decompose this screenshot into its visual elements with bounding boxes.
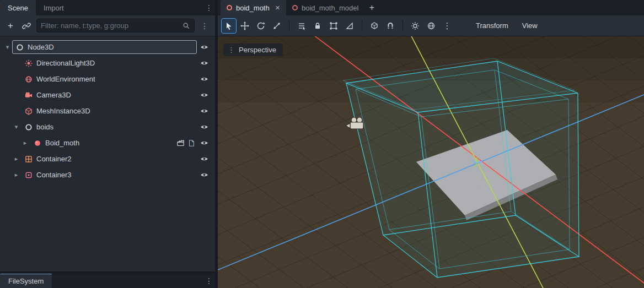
scale-icon bbox=[272, 21, 281, 30]
scene-tab-label: boid_moth bbox=[236, 4, 270, 12]
close-icon[interactable]: ✕ bbox=[275, 4, 280, 12]
tree-row-label: MeshInstance3D bbox=[36, 107, 90, 115]
directional-light-icon bbox=[24, 59, 33, 68]
tree-row-container2[interactable]: ▸ Container2 bbox=[0, 151, 215, 167]
node3d-icon bbox=[15, 43, 24, 52]
new-scene-tab-button[interactable]: + bbox=[364, 0, 379, 15]
perspective-label: Perspective bbox=[239, 46, 276, 54]
local-space-button[interactable] bbox=[367, 19, 382, 33]
scale-tool-button[interactable] bbox=[270, 19, 284, 33]
scene-dock: Scene Import ⋮ + ⋮ ▾ Node3D bbox=[0, 0, 215, 288]
script-icon[interactable] bbox=[186, 139, 197, 147]
tree-row-node3d[interactable]: ▾ Node3D bbox=[0, 39, 215, 55]
tree-row-directionallight3d[interactable]: DirectionalLight3D bbox=[0, 55, 215, 71]
instance-scene-link-icon[interactable] bbox=[20, 20, 33, 32]
tree-row-camera3d[interactable]: Camera3D bbox=[0, 87, 215, 103]
tree-row-worldenvironment[interactable]: WorldEnvironment bbox=[0, 71, 215, 87]
tree-row-meshinstance3d[interactable]: MeshInstance3D bbox=[0, 103, 215, 119]
scene-root-icon bbox=[292, 5, 298, 10]
tab-scene[interactable]: Scene bbox=[0, 0, 36, 15]
mesh-instance-icon bbox=[24, 107, 33, 116]
visibility-eye-icon[interactable] bbox=[198, 91, 210, 99]
move-icon bbox=[240, 21, 249, 30]
transform-menu-button[interactable]: Transform bbox=[470, 19, 514, 32]
tree-row-boid-moth[interactable]: ▸ Boid_moth bbox=[0, 135, 215, 151]
visibility-eye-icon[interactable] bbox=[198, 171, 210, 179]
local-space-cube-icon bbox=[370, 21, 379, 30]
tree-row-label: boids bbox=[36, 123, 53, 131]
scene-tree-toolbar: + ⋮ bbox=[0, 15, 215, 36]
world-environment-icon bbox=[24, 75, 33, 84]
filesystem-more-icon[interactable]: ⋮ bbox=[203, 274, 215, 288]
snap-button[interactable] bbox=[383, 19, 398, 33]
viewport-more-icon[interactable]: ⋮ bbox=[440, 19, 454, 33]
container-grid-icon bbox=[24, 155, 33, 164]
movie-icon[interactable] bbox=[175, 139, 186, 147]
tab-filesystem[interactable]: FileSystem bbox=[0, 274, 52, 288]
group-button[interactable] bbox=[326, 19, 341, 33]
tree-row-label: Camera3D bbox=[36, 91, 71, 99]
tree-row-container3[interactable]: ▸ Container3 bbox=[0, 167, 215, 183]
3d-scene-canvas[interactable] bbox=[218, 36, 644, 288]
search-icon bbox=[183, 22, 190, 30]
dock-more-icon[interactable]: ⋮ bbox=[203, 0, 215, 15]
scene-tabbar: boid_moth ✕ boid_moth_model + bbox=[218, 0, 644, 15]
add-node-button[interactable]: + bbox=[4, 20, 17, 32]
group-icon bbox=[329, 21, 338, 30]
scene-tab-boid-moth[interactable]: boid_moth ✕ bbox=[221, 0, 286, 15]
sun-icon bbox=[411, 21, 420, 30]
3d-viewport[interactable]: ⋮ Perspective bbox=[218, 36, 644, 288]
preview-environment-button[interactable] bbox=[424, 19, 438, 33]
lock-button[interactable] bbox=[310, 19, 325, 33]
toolbar-separator bbox=[289, 20, 289, 31]
expander-icon[interactable]: ▸ bbox=[12, 171, 21, 178]
select-cursor-icon bbox=[224, 21, 233, 30]
tree-row-label: WorldEnvironment bbox=[36, 75, 95, 83]
main-editor-area: boid_moth ✕ boid_moth_model + bbox=[218, 0, 644, 288]
list-icon bbox=[297, 21, 306, 30]
expander-icon[interactable]: ▸ bbox=[12, 155, 21, 162]
filter-input[interactable] bbox=[41, 21, 179, 30]
visibility-eye-icon[interactable] bbox=[198, 107, 210, 115]
toolbar-separator bbox=[402, 20, 403, 31]
expander-icon[interactable]: ▾ bbox=[12, 123, 21, 131]
visibility-eye-icon[interactable] bbox=[198, 59, 210, 67]
perspective-menu[interactable]: ⋮ Perspective bbox=[223, 44, 283, 56]
instanced-scene-icon bbox=[33, 139, 42, 148]
tree-more-icon[interactable]: ⋮ bbox=[198, 21, 211, 30]
godot-editor-window: Scene Import ⋮ + ⋮ ▾ Node3D bbox=[0, 0, 644, 288]
dock-tabbar: Scene Import ⋮ bbox=[0, 0, 215, 15]
select-tool-button[interactable] bbox=[222, 19, 236, 33]
visibility-eye-icon[interactable] bbox=[198, 75, 210, 83]
visibility-eye-icon[interactable] bbox=[198, 155, 210, 163]
scene-tab-boid-moth-model[interactable]: boid_moth_model bbox=[286, 0, 364, 15]
selectable-list-button[interactable] bbox=[294, 19, 309, 33]
tree-row-boids[interactable]: ▾ boids bbox=[0, 119, 215, 135]
tab-import[interactable]: Import bbox=[36, 0, 72, 15]
globe-icon bbox=[427, 21, 436, 30]
visibility-eye-icon[interactable] bbox=[198, 139, 210, 147]
lock-icon bbox=[313, 21, 322, 30]
preview-sun-button[interactable] bbox=[408, 19, 422, 33]
tree-row-label: Boid_moth bbox=[45, 139, 79, 147]
rotate-tool-button[interactable] bbox=[254, 19, 268, 33]
ruler-icon bbox=[345, 21, 354, 30]
container-box-icon bbox=[24, 171, 33, 180]
move-tool-button[interactable] bbox=[238, 19, 252, 33]
scene-root-icon bbox=[227, 5, 232, 10]
ruler-button[interactable] bbox=[342, 19, 357, 33]
view-menu-button[interactable]: View bbox=[516, 19, 544, 32]
camera3d-icon bbox=[24, 91, 33, 100]
viewport-toolbar: ⋮ Transform View bbox=[218, 15, 644, 36]
tree-row-label: Node3D bbox=[28, 43, 54, 51]
node3d-icon bbox=[24, 123, 33, 132]
scene-tree: ▾ Node3D DirectionalLight3D bbox=[0, 36, 215, 271]
visibility-eye-icon[interactable] bbox=[198, 43, 210, 51]
rotate-icon bbox=[256, 21, 265, 30]
visibility-eye-icon[interactable] bbox=[198, 123, 210, 131]
perspective-more-icon: ⋮ bbox=[228, 46, 235, 54]
expander-icon[interactable]: ▸ bbox=[20, 139, 30, 146]
scene-tab-label: boid_moth_model bbox=[302, 4, 358, 12]
toolbar-separator bbox=[362, 20, 362, 31]
expander-icon[interactable]: ▾ bbox=[3, 44, 12, 51]
